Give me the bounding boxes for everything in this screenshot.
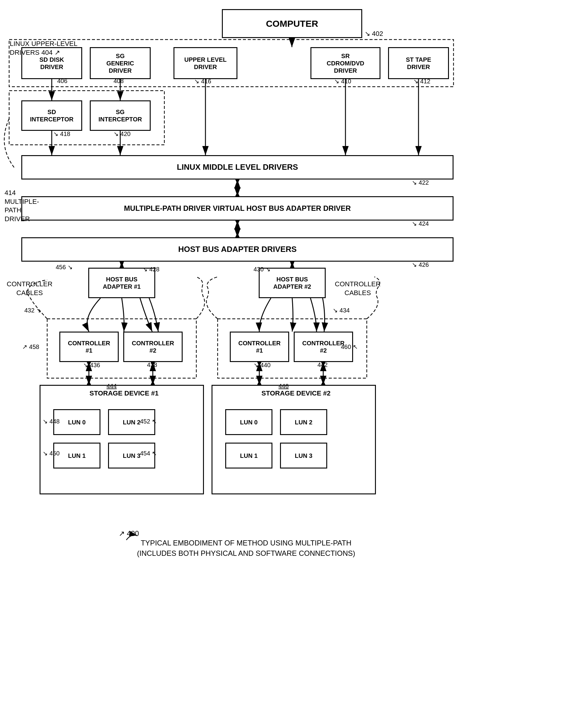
- svg-marker-25: [235, 221, 239, 225]
- ref-438: 438: [147, 361, 157, 368]
- ref-444: 444: [106, 383, 117, 390]
- ref-452: 452 ↖: [140, 418, 157, 425]
- svg-marker-32: [87, 380, 91, 385]
- ref-450: ↘ 450: [43, 450, 60, 457]
- ctrl3-box: CONTROLLER#1: [230, 332, 289, 362]
- ref-434: ↘ 434: [333, 307, 350, 314]
- ref-456: 456 ↘: [56, 263, 73, 271]
- svg-marker-34: [151, 380, 155, 385]
- ctrl-cables-left-label: CONTROLLERCABLES: [7, 280, 52, 297]
- ref-424: ↘ 424: [412, 220, 429, 227]
- hba-drivers-box: HOST BUS ADAPTER DRIVERS: [21, 237, 454, 262]
- svg-marker-24: [235, 192, 239, 196]
- sd-interceptor-box: SDINTERCEPTOR: [21, 100, 82, 131]
- lun1-s2-box: LUN 1: [225, 443, 272, 468]
- sg-interceptor-box: SGINTERCEPTOR: [90, 100, 151, 131]
- ref-420: ↘ 420: [113, 130, 130, 138]
- ref-432: 432 ↘: [24, 307, 41, 314]
- computer-box: COMPUTER: [222, 9, 362, 38]
- lun3-s2-box: LUN 3: [280, 443, 327, 468]
- mp-driver-box: MULTIPLE-PATH DRIVER VIRTUAL HOST BUS AD…: [21, 196, 454, 221]
- mp-driver-label: 414MULTIPLE-PATHDRIVER: [5, 189, 39, 223]
- ref-460: 460 ↖: [341, 343, 358, 350]
- ref-430: 430 ↘: [253, 266, 270, 273]
- lun2-s2-box: LUN 2: [280, 409, 327, 435]
- ref-436: ↘ 436: [83, 361, 100, 369]
- lun1-s1-box: LUN 1: [53, 443, 100, 468]
- sg-generic-driver-box: SGGENERICDRIVER: [90, 47, 151, 79]
- storage1-box: STORAGE DEVICE #1: [40, 385, 204, 494]
- ref-416: ↘ 416: [194, 78, 211, 85]
- svg-marker-36: [257, 380, 261, 385]
- ref-458: ↗ 458: [22, 343, 39, 350]
- ref-454: 454 ↖: [140, 450, 157, 457]
- ref-442: 442: [318, 361, 328, 368]
- ctrl-cables-right-label: CONTROLLERCABLES: [335, 280, 381, 297]
- sr-cdrom-driver-box: SRCDROM/DVDDRIVER: [311, 47, 381, 79]
- ref-426: ↘ 426: [412, 261, 429, 268]
- ref-428: ↘ 428: [142, 266, 159, 273]
- ref-446: 446: [278, 383, 289, 390]
- ref-418: ↘ 418: [53, 130, 70, 138]
- st-tape-driver-box: ST TAPEDRIVER: [388, 47, 449, 79]
- lun0-s2-box: LUN 0: [225, 409, 272, 435]
- svg-marker-38: [321, 380, 326, 385]
- linux-middle-drivers-box: LINUX MIDDLE LEVEL DRIVERS: [21, 155, 454, 179]
- linux-upper-label: LINUX UPPER-LEVELDRIVERS 404 ↗: [10, 40, 78, 57]
- ctrl2-box: CONTROLLER#2: [123, 332, 183, 362]
- caption-ref: ↗ 400: [119, 529, 139, 538]
- caption-text: TYPICAL EMBODIMENT OF METHOD USING MULTI…: [137, 538, 355, 558]
- upper-level-driver-box: UPPER LEVELDRIVER: [173, 47, 237, 79]
- diagram-container: COMPUTER SD DISKDRIVER SGGENERICDRIVER U…: [0, 0, 564, 728]
- svg-marker-28: [120, 263, 124, 268]
- lun0-s1-box: LUN 0: [53, 409, 100, 435]
- ref-402: ↘ 402: [365, 30, 383, 38]
- ref-448: ↘ 448: [43, 418, 60, 425]
- ref-408: 408: [113, 78, 124, 85]
- storage2-box: STORAGE DEVICE #2: [211, 385, 376, 494]
- svg-marker-23: [235, 179, 239, 184]
- ref-422: ↘ 422: [412, 179, 429, 186]
- ctrl1-box: CONTROLLER#1: [59, 332, 119, 362]
- ref-406: 406: [57, 78, 67, 85]
- svg-marker-26: [235, 233, 239, 237]
- svg-marker-30: [290, 263, 294, 268]
- ref-440: ↘ 440: [253, 361, 270, 369]
- svg-marker-29: [290, 262, 294, 266]
- ref-410: ↘ 410: [334, 78, 351, 85]
- ref-412: ↘ 412: [413, 78, 430, 85]
- svg-marker-27: [120, 262, 124, 266]
